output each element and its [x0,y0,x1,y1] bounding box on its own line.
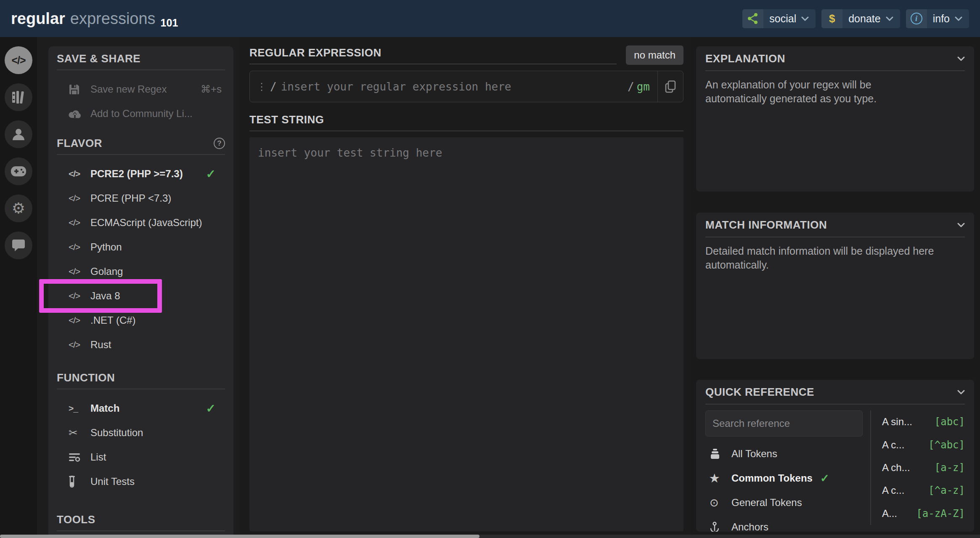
chevron-down-icon [957,223,965,227]
section-tools: TOOLS [57,513,225,531]
flavor-item-pcre2[interactable]: </> PCRE2 (PHP >=7.3) ✓ [57,162,225,186]
check-icon: ✓ [206,167,216,181]
regex-input[interactable] [281,80,628,93]
token-value: [abc] [935,416,965,428]
flavor-label: PCRE (PHP <7.3) [90,192,171,204]
check-icon: ✓ [820,472,829,485]
reference-token-row[interactable]: A sin... [abc] [882,410,965,433]
reference-category-general-tokens[interactable]: ⊙ General Tokens [705,490,863,515]
explanation-title: EXPLANATION [705,52,785,65]
chevron-down-icon [957,390,965,394]
chevron-down-icon [886,16,893,21]
donate-menu-button[interactable]: $ donate [821,9,900,28]
tools-title: TOOLS [57,513,95,526]
reference-search-input[interactable] [705,410,863,437]
horizontal-scrollbar [0,535,980,538]
function-item-list[interactable]: List [57,445,225,469]
circle-dot-icon: ⊙ [710,496,719,509]
function-item-unit-tests[interactable]: Unit Tests [57,469,225,494]
flavor-item-pcre[interactable]: </> PCRE (PHP <7.3) [57,186,225,210]
reference-token-row[interactable]: A ch... [a-z] [882,456,965,479]
match-status-badge: no match [626,45,683,65]
code-icon: </> [69,242,80,252]
collapse-explanation-button[interactable] [957,56,965,61]
terminal-icon: >_ [69,403,78,413]
regex-open-delimiter: / [270,80,277,93]
save-shortcut: ⌘+s [201,83,222,95]
section-flavor: FLAVOR ? [57,137,225,155]
cloud-upload-icon [69,109,90,119]
floppy-disk-icon [69,84,90,95]
section-function: FUNCTION [57,371,225,389]
flavor-item-python[interactable]: </> Python [57,235,225,259]
flavor-item-java8[interactable]: </> Java 8 [57,284,225,308]
code-icon: </> [69,315,80,325]
left-icon-rail: </> [0,37,37,538]
rail-discord-button[interactable] [5,157,32,185]
rail-library-button[interactable] [5,83,32,111]
reference-category-all-tokens[interactable]: All Tokens [705,442,863,466]
token-value: [a-zA-Z] [916,508,965,519]
anchor-icon [710,522,731,532]
donate-button-label: donate [848,13,880,25]
flavor-label: PCRE2 (PHP >=7.3) [90,168,183,180]
header-buttons: social $ donate i info [742,9,969,28]
function-item-substitution[interactable]: ✂ Substitution [57,421,225,445]
logo-word-expressions: expressions [70,10,156,28]
code-icon: </> [69,218,80,228]
code-icon: </> [69,291,80,301]
function-label: Match [90,402,119,414]
reference-token-row[interactable]: A c... [^a-z] [882,479,965,502]
token-value: [^a-z] [928,485,965,496]
drag-handle-icon[interactable]: ⋮ [257,81,267,93]
social-menu-button[interactable]: social [742,9,816,28]
flavor-label: .NET (C#) [90,314,136,326]
flavor-item-rust[interactable]: </> Rust [57,333,225,357]
flavor-label: Java 8 [90,290,120,302]
reference-category-anchors[interactable]: Anchors [705,515,863,532]
collapse-match-info-button[interactable] [957,223,965,227]
rail-feedback-button[interactable] [5,232,32,259]
explanation-body: An explanation of your regex will be aut… [705,78,907,106]
site-logo[interactable]: regular expressions 101 [11,10,178,28]
add-to-community-item[interactable]: Add to Community Li... [57,101,225,126]
rail-settings-button[interactable]: ⚙ [5,194,32,222]
scrollbar-thumb[interactable] [0,535,479,538]
flavor-title: FLAVOR [57,137,102,150]
rail-regex-editor-button[interactable]: </> [5,46,32,74]
list-icon [69,452,90,462]
rail-account-button[interactable] [5,120,32,148]
test-string-input[interactable] [249,137,683,531]
match-information-title: MATCH INFORMATION [705,218,827,232]
function-item-match[interactable]: >_ Match ✓ [57,396,225,421]
quick-reference-card: QUICK REFERENCE [696,380,974,532]
flavor-item-dotnet[interactable]: </> .NET (C#) [57,308,225,333]
flavor-help-button[interactable]: ? [214,138,225,149]
check-icon: ✓ [206,402,216,415]
info-button-label: info [933,13,950,25]
regex-flags[interactable]: gm [637,80,650,93]
info-circle-icon: i [906,9,927,28]
social-button-label: social [769,13,796,25]
top-header-bar: regular expressions 101 social $ [0,0,980,37]
reference-category-common-tokens[interactable]: ★ Common Tokens ✓ [705,466,863,490]
flavor-item-golang[interactable]: </> Golang [57,259,225,284]
save-share-title: SAVE & SHARE [57,52,140,65]
logo-word-101: 101 [161,17,178,29]
logo-word-regular: regular [11,10,65,28]
save-new-regex-item[interactable]: Save new Regex ⌘+s [57,77,225,101]
info-menu-button[interactable]: i info [906,9,969,28]
category-label: All Tokens [731,448,777,460]
flavor-item-ecmascript[interactable]: </> ECMAScript (JavaScript) [57,210,225,235]
copy-regex-button[interactable] [658,71,683,102]
code-icon: </> [69,340,80,350]
collapse-quick-reference-button[interactable] [957,390,965,394]
tokens-stack-icon [710,448,731,459]
reference-token-row[interactable]: A c... [^abc] [882,433,965,456]
flavor-label: Rust [90,339,111,351]
reference-token-row[interactable]: A... [a-zA-Z] [882,502,965,525]
code-icon: </> [69,169,80,179]
dollar-icon: $ [821,9,842,28]
code-icon: </> [69,193,80,203]
category-label: Common Tokens [731,472,813,484]
